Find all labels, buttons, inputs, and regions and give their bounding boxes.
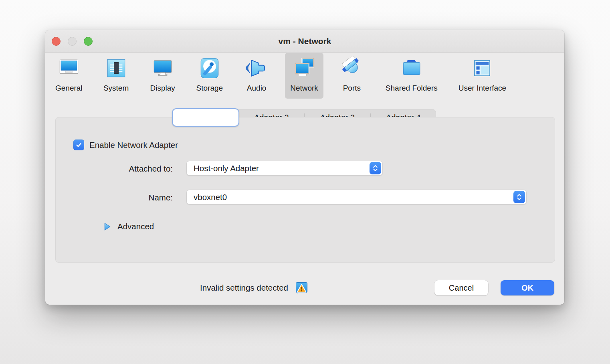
cancel-button[interactable]: Cancel (434, 280, 488, 295)
ok-button[interactable]: OK (501, 280, 554, 295)
toolbar-item-ports[interactable]: Ports (334, 53, 370, 99)
status-text: Invalid settings detected (200, 283, 288, 293)
vm-network-settings-window: vm - Network General (45, 30, 564, 305)
adapter-settings-panel: Enable Network Adapter Attached to: Host… (55, 117, 555, 263)
toolbar-label: Storage (196, 84, 223, 93)
shared-folders-icon (399, 55, 424, 81)
toolbar-label: Display (150, 84, 175, 93)
name-value: vboxnet0 (194, 192, 227, 202)
toolbar-item-user-interface[interactable]: User Interface (453, 53, 511, 99)
chevron-up-down-icon (513, 191, 525, 203)
storage-disk-icon (197, 55, 222, 81)
advanced-label: Advanced (117, 222, 154, 231)
toolbar-label: General (55, 84, 83, 93)
toolbar-label: Ports (343, 84, 361, 93)
toolbar-item-display[interactable]: Display (145, 53, 181, 99)
enable-network-adapter-checkbox[interactable] (73, 140, 84, 150)
toolbar-label: Network (290, 84, 318, 93)
name-label: Name: (56, 193, 173, 202)
disclosure-triangle-icon (104, 222, 111, 231)
window-title: vm - Network (45, 30, 564, 53)
attached-to-value: Host-only Adapter (194, 164, 259, 173)
system-chip-icon (103, 55, 129, 81)
display-monitor-icon (150, 55, 176, 81)
toolbar-label: System (103, 84, 129, 93)
enable-network-adapter-label: Enable Network Adapter (89, 140, 178, 150)
toolbar-item-system[interactable]: System (98, 53, 134, 99)
toolbar-item-shared-folders[interactable]: Shared Folders (380, 53, 443, 99)
advanced-disclosure[interactable]: Advanced (104, 222, 154, 231)
toolbar-label: Shared Folders (386, 84, 438, 93)
toolbar-item-audio[interactable]: Audio (238, 53, 275, 99)
name-select[interactable]: vboxnet0 (186, 190, 527, 204)
title-bar[interactable]: vm - Network (45, 30, 564, 53)
toolbar-item-storage[interactable]: Storage (191, 53, 228, 99)
toolbar-item-network[interactable]: Network (285, 53, 323, 99)
chevron-up-down-icon (370, 162, 381, 174)
network-monitors-icon (291, 55, 317, 81)
attached-to-label: Attached to: (56, 164, 173, 174)
toolbar-label: Audio (247, 84, 267, 93)
warning-icon (295, 282, 308, 294)
settings-toolbar: General (45, 53, 564, 100)
ports-connector-icon (339, 55, 365, 81)
toolbar-label: User Interface (459, 84, 506, 93)
toolbar-item-general[interactable]: General (50, 53, 88, 99)
tab-adapter-1[interactable] (172, 108, 239, 127)
status-area: Invalid settings detected (45, 280, 308, 295)
audio-speaker-icon (244, 55, 269, 81)
user-interface-window-icon (469, 55, 495, 81)
general-monitor-icon (56, 55, 82, 81)
attached-to-select[interactable]: Host-only Adapter (186, 161, 383, 176)
checkmark-icon (75, 141, 83, 149)
